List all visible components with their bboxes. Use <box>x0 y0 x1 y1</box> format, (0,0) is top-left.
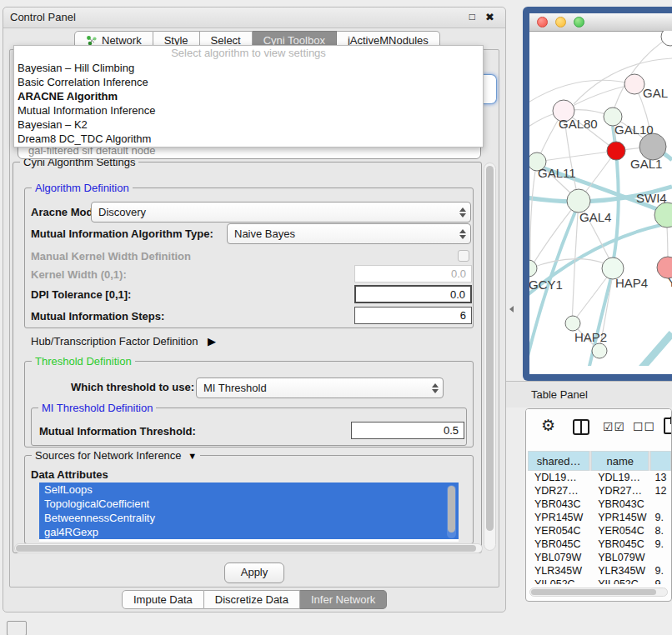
tab-label: Infer Network <box>311 593 375 606</box>
algorithm-option-dream8-dc-tdc-algorithm[interactable]: Dream8 DC_TDC Algorithm <box>14 132 483 146</box>
network-node-swi4[interactable] <box>654 202 672 228</box>
network-edge[interactable] <box>564 84 634 111</box>
panel-splitter-handle[interactable] <box>506 306 514 312</box>
table-cell <box>652 498 672 511</box>
data-attributes-list[interactable]: SelfLoopsTopologicalCoefficientBetweenne… <box>39 482 459 542</box>
table-cell: YDL19… <box>528 471 593 484</box>
aracne-mode-combo[interactable]: Discovery <box>91 202 471 222</box>
table-cell: YBL079W <box>528 551 593 564</box>
column-header-name[interactable]: name <box>591 451 649 471</box>
network-edge[interactable] <box>529 80 634 107</box>
spinner-icon <box>459 207 466 218</box>
table-cell: YPR145W <box>528 511 593 524</box>
algorithm-option-bayesian-k2[interactable]: Bayesian – K2 <box>14 118 483 132</box>
close-traffic-icon[interactable] <box>537 17 548 28</box>
table-row[interactable]: YDR27…YDR27…12 <box>528 484 671 498</box>
settings-vertical-thumb[interactable] <box>486 166 494 531</box>
table-row[interactable]: YDL19…YDL19…13 <box>528 471 671 484</box>
which-threshold-combo[interactable]: MI Threshold <box>196 378 444 398</box>
table-body: YDL19…YDL19…13YDR27…YDR27…12YBR043CYBR04… <box>528 471 671 584</box>
columns-icon[interactable] <box>573 419 589 435</box>
network-window: GALGAL80GAL10GAL1GAL11SWI4GAL4GCY1HAP4YH… <box>529 13 672 374</box>
network-canvas[interactable]: GALGAL80GAL10GAL1GAL11SWI4GAL4GCY1HAP4YH… <box>529 31 672 366</box>
attribute-list-scrollbar[interactable] <box>447 485 456 538</box>
network-node-label-gal10: GAL10 <box>614 122 654 137</box>
apply-button[interactable]: Apply <box>224 562 284 583</box>
control-panel-title: Control Panel <box>10 8 76 28</box>
attribute-item-selfloops[interactable]: SelfLoops <box>39 482 459 497</box>
minimize-traffic-icon[interactable] <box>555 17 566 28</box>
algorithm-option-mutual-information-inference[interactable]: Mutual Information Inference <box>14 103 483 118</box>
table-horizontal-thumb[interactable] <box>531 589 656 595</box>
table-cell: YBL079W <box>593 551 651 564</box>
unchecked-pair-icon[interactable]: ☐☐ <box>633 420 655 433</box>
table-row[interactable]: YBR043CYBR043C <box>528 498 671 511</box>
float-icon[interactable]: □ <box>469 11 475 22</box>
attribute-item-gal4rgexp[interactable]: gal4RGexp <box>39 525 459 539</box>
network-node-gcy1[interactable] <box>529 260 537 277</box>
hub-expander-label: Hub/Transcription Factor Definition <box>31 335 198 348</box>
table-row[interactable]: YLR345WYLR345W9. <box>528 564 671 578</box>
network-edge[interactable] <box>530 162 537 268</box>
algorithm-option-bayesian-hill-climbing[interactable]: Bayesian – Hill Climbing <box>14 61 483 75</box>
column-header-cut[interactable] <box>650 451 671 471</box>
table-row[interactable]: YER054CYER054C8. <box>528 524 671 538</box>
mi-algorithm-type-combo[interactable]: Naive Bayes <box>227 223 471 244</box>
algorithm-combo-partial[interactable] <box>482 74 497 104</box>
network-node-edge-top[interactable] <box>661 31 672 46</box>
network-node-gal1[interactable] <box>607 142 625 160</box>
table-row[interactable]: YBL079WYBL079W <box>528 551 671 564</box>
table-row[interactable]: YPR145WYPR145W9. <box>528 511 671 524</box>
table-cell: 9. <box>652 578 672 584</box>
tab-impute-data[interactable]: Impute Data <box>122 590 204 609</box>
sources-legend[interactable]: Sources for Network Inference ▼ <box>32 449 200 462</box>
attribute-item-topologicalcoefficient[interactable]: TopologicalCoefficient <box>39 497 459 511</box>
settings-horizontal-scrollbar[interactable] <box>14 543 483 553</box>
algorithm-option-aracne-algorithm[interactable]: ARACNE Algorithm <box>14 89 483 103</box>
document-icon[interactable] <box>664 418 672 434</box>
table-horizontal-scrollbar[interactable] <box>529 588 668 597</box>
kernel-width-field[interactable]: 0.0 <box>354 265 472 282</box>
network-edge[interactable] <box>530 201 579 268</box>
mi-threshold-field[interactable]: 0.5 <box>351 422 464 439</box>
network-node-label-gal-top: GAL <box>643 86 668 100</box>
table-cell <box>652 551 672 564</box>
gear-icon[interactable]: ⚙ <box>541 416 555 435</box>
hub-transcription-expander[interactable]: Hub/Transcription Factor Definition ▶ <box>31 334 216 349</box>
algorithm-dropdown-items: Bayesian – Hill ClimbingBasic Correlatio… <box>14 61 483 146</box>
sources-legend-label: Sources for Network Inference <box>35 449 182 462</box>
settings-horizontal-thumb[interactable] <box>16 545 476 552</box>
checked-pair-icon[interactable]: ☑☑ <box>603 420 625 433</box>
dpi-tolerance-field[interactable]: 0.0 <box>354 285 472 303</box>
network-edge[interactable] <box>627 333 672 366</box>
tab-infer-network[interactable]: Infer Network <box>300 590 387 609</box>
table-cell: YDL19… <box>593 471 651 484</box>
network-node-label-gcy1: GCY1 <box>529 278 563 292</box>
network-node-label-gal1: GAL1 <box>630 157 662 171</box>
network-node-gal4[interactable] <box>567 189 590 212</box>
network-node-label-y-node: Y <box>668 275 672 289</box>
collapsed-panel-button[interactable] <box>7 621 27 635</box>
network-node-bottom[interactable] <box>592 343 607 358</box>
column-header-shared[interactable]: shared… <box>528 451 589 471</box>
table-row[interactable]: YIL052CYIL052C9. <box>528 578 671 584</box>
network-edge[interactable] <box>537 151 616 162</box>
zoom-traffic-icon[interactable] <box>574 17 584 28</box>
close-icon[interactable]: ✖ <box>485 11 494 23</box>
network-window-titlebar[interactable] <box>529 13 672 32</box>
kernel-width-label: Kernel Width (0,1): <box>31 267 127 283</box>
table-row[interactable]: YBR045CYBR045C9. <box>528 538 671 551</box>
mi-algorithm-type-label: Mutual Information Algorithm Type: <box>31 226 213 242</box>
manual-kernel-width-label: Manual Kernel Width Definition <box>31 248 191 265</box>
mi-steps-label: Mutual Information Steps: <box>31 308 164 325</box>
mi-steps-field[interactable]: 6 <box>354 307 472 324</box>
manual-kernel-width-checkbox[interactable] <box>458 250 469 262</box>
attribute-item-betweennesscentrality[interactable]: BetweennessCentrality <box>39 511 459 525</box>
control-panel-titlebar: Control Panel □ ✖ <box>3 8 505 28</box>
network-node-hap2[interactable] <box>565 316 580 331</box>
table-panel-window: ⚙ ☑☑ ☐☐ shared…name YDL19…YDL19…13YDR27…… <box>525 408 672 602</box>
algorithm-option-basic-correlation-inference[interactable]: Basic Correlation Inference <box>14 75 483 89</box>
settings-vertical-scrollbar[interactable] <box>484 162 496 551</box>
network-node-gal-top[interactable] <box>624 74 644 94</box>
tab-discretize-data[interactable]: Discretize Data <box>204 590 300 609</box>
